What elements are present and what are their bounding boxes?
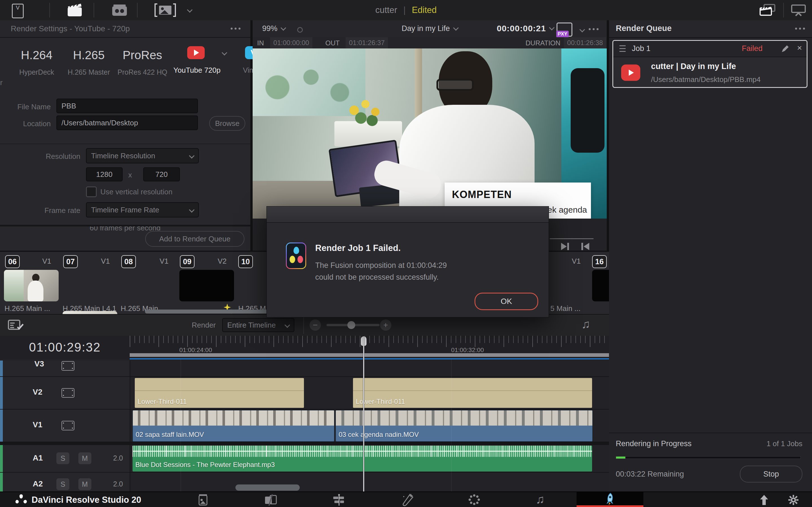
duration-value[interactable]: 00:01:26:38 xyxy=(564,37,606,48)
channel-count: 2.0 xyxy=(113,480,123,488)
timeline-header: 01:00:29:32 xyxy=(0,336,130,359)
edit-page-icon[interactable] xyxy=(333,494,346,507)
timeline-scrollbar[interactable] xyxy=(236,485,300,491)
timeline-name: Day in my Life xyxy=(402,24,450,33)
proxy-resolution-icon[interactable]: PXY xyxy=(557,22,572,37)
chevron-down-icon[interactable] xyxy=(221,50,227,55)
preset-youtube[interactable]: YouTube 720p xyxy=(173,46,218,75)
viewer-toolbar: 99% Day in my Life 00:00:00:21 PXY xyxy=(253,20,607,38)
ellipsis-menu-icon[interactable] xyxy=(795,27,805,30)
zoom-slider-handle[interactable] xyxy=(347,321,355,329)
ok-button[interactable]: OK xyxy=(474,293,538,310)
frame-rate-label: Frame rate xyxy=(27,206,80,215)
mute-button[interactable]: M xyxy=(79,478,91,490)
resolution-dropdown[interactable]: Timeline Resolution xyxy=(86,148,199,163)
timeline-clip-v1-2[interactable]: 03 cek agenda nadin.MOV xyxy=(336,410,593,442)
out-value[interactable]: 01:01:26:37 xyxy=(346,37,388,48)
jog-line[interactable] xyxy=(550,238,594,239)
ruler-label: 01:00:32:00 xyxy=(451,346,484,354)
black-thumbnail[interactable] xyxy=(592,270,609,301)
track-name[interactable]: A1 xyxy=(33,453,43,462)
fusion-page-icon[interactable] xyxy=(402,493,414,507)
render-job-card[interactable]: Job 1 Failed × cutter | Day in my Life /… xyxy=(612,40,808,88)
deliver-rocket-icon xyxy=(604,493,616,507)
deliver-page-active[interactable] xyxy=(576,492,644,507)
film-track-icon[interactable] xyxy=(61,388,74,398)
timeline-clip-v1-1[interactable]: 02 sapa staff lain.MOV xyxy=(133,410,335,442)
solo-button[interactable]: S xyxy=(56,452,69,464)
flowers xyxy=(343,96,388,127)
stop-button[interactable]: Stop xyxy=(740,466,802,483)
dual-screen-icon[interactable] xyxy=(791,4,806,17)
ruler-scroll-band[interactable] xyxy=(130,353,609,357)
fairlight-page-icon[interactable]: ♫ xyxy=(536,493,545,506)
project-title: cutter xyxy=(375,5,397,15)
in-value[interactable]: 01:00:00:00 xyxy=(270,37,312,48)
section-divider xyxy=(0,144,250,144)
render-queue-panel: Render Queue Job 1 Failed × cutter | Day… xyxy=(609,20,812,492)
music-note-icon[interactable]: ♫ xyxy=(581,318,591,331)
ellipsis-menu-icon[interactable] xyxy=(589,28,599,30)
film-track-icon[interactable] xyxy=(61,361,74,371)
timelines-stack-icon[interactable] xyxy=(760,3,776,18)
preset-h265[interactable]: H.265 H.265 Master xyxy=(65,48,113,76)
bottom-app-bar: DaVinci Resolve Studio 20 ♫ xyxy=(0,492,812,507)
preset-name: ProRes xyxy=(116,48,169,62)
ellipsis-menu-icon[interactable] xyxy=(231,27,241,30)
preset-h264[interactable]: H.264 HyperDeck xyxy=(17,48,56,76)
track-name[interactable]: V1 xyxy=(33,420,42,429)
track-name[interactable]: V3 xyxy=(35,359,44,369)
settings-gear-icon[interactable] xyxy=(788,494,799,507)
skip-to-end-icon[interactable] xyxy=(560,242,570,252)
clip-name: 02 sapa staff lain.MOV xyxy=(136,431,204,439)
vertical-res-checkbox[interactable] xyxy=(86,186,97,197)
skip-to-start-icon[interactable] xyxy=(580,242,591,252)
viewer-timecode[interactable]: 00:00:00:21 xyxy=(497,24,554,33)
media-page-icon[interactable] xyxy=(197,494,209,507)
browse-button[interactable]: Browse xyxy=(209,116,245,131)
drag-handle-icon[interactable] xyxy=(619,45,626,52)
timeline-clip-v2-1[interactable]: Lower-Third-011 xyxy=(135,378,304,408)
clip-thumbnail[interactable] xyxy=(4,270,59,301)
frame-rate-value: Timeline Frame Rate xyxy=(91,206,159,214)
frame-rate-dropdown[interactable]: Timeline Frame Rate xyxy=(86,202,199,217)
video-frame[interactable]: KOMPETEN gecek agenda xyxy=(253,48,607,219)
clip-number-badge: 07 xyxy=(63,255,78,268)
solo-button[interactable]: S xyxy=(56,478,69,490)
file-name-input[interactable]: PBB xyxy=(56,99,198,113)
timeline-clip-a1[interactable]: Blue Dot Sessions - The Pewter Elephant.… xyxy=(133,446,592,471)
render-range-dropdown[interactable]: Entire Timeline xyxy=(222,318,294,332)
dialog-titlebar[interactable] xyxy=(267,207,549,223)
edit-pencil-icon[interactable] xyxy=(781,44,790,54)
timeline-ruler[interactable]: 01:00:24:00 01:00:32:00 xyxy=(130,336,609,359)
cut-page-icon[interactable] xyxy=(264,494,277,507)
mute-button[interactable]: M xyxy=(79,452,91,464)
close-icon[interactable]: × xyxy=(797,43,802,53)
location-input[interactable]: /Users/batman/Desktop xyxy=(56,115,198,130)
track-name[interactable]: A2 xyxy=(33,480,43,489)
title-divider: | xyxy=(403,5,406,15)
video-audio-separator[interactable] xyxy=(0,442,609,445)
film-track-icon[interactable] xyxy=(61,421,74,431)
sparkle-icon xyxy=(223,303,234,316)
clip-number-badge: 09 xyxy=(180,255,195,268)
checklist-icon[interactable] xyxy=(8,319,24,332)
track-name[interactable]: V2 xyxy=(33,388,42,397)
add-to-render-queue-button[interactable]: Add to Render Queue xyxy=(145,231,245,247)
clip-thumbnail[interactable] xyxy=(179,270,234,301)
res-height-field[interactable]: 720 xyxy=(143,167,180,181)
timeline-clip-v2-2[interactable]: Lower-Third-011 xyxy=(353,378,592,408)
resolution-value: Timeline Resolution xyxy=(91,152,155,160)
file-name-label: File Name xyxy=(17,103,51,111)
playhead-line[interactable] xyxy=(363,336,364,496)
playhead-timecode[interactable]: 01:00:29:32 xyxy=(29,340,101,354)
app-name: DaVinci Resolve Studio 20 xyxy=(32,495,141,505)
preset-prores[interactable]: ProRes ProRes 422 HQ xyxy=(116,48,169,76)
zoom-plus-icon[interactable]: + xyxy=(380,320,391,331)
time-remaining: 00:03:22 Remaining xyxy=(616,470,684,478)
res-width-field[interactable]: 1280 xyxy=(86,167,123,181)
clipped-preset-label[interactable]: er xyxy=(0,78,3,87)
zoom-minus-icon[interactable]: − xyxy=(310,320,321,331)
color-page-icon[interactable] xyxy=(468,494,480,507)
project-home-icon[interactable] xyxy=(758,494,770,507)
